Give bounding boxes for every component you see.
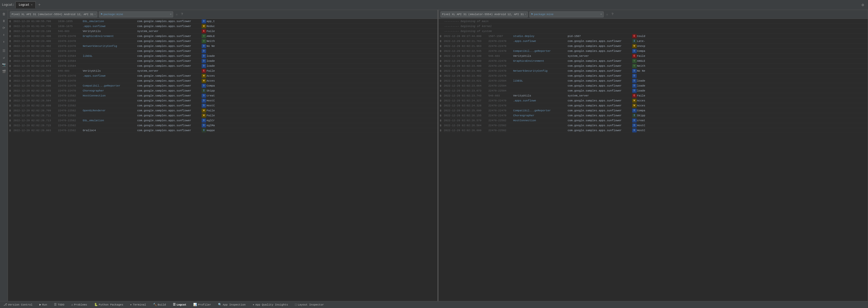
log-row[interactable]: 🗑2022-12-29 01:00:55.7901639-1855EGL_emu… — [8, 19, 437, 24]
log-row[interactable]: 🗑2022-12-29 02:02:24.32822470-22470com.g… — [438, 103, 868, 108]
log-row[interactable]: 🗑2022-12-29 02:02:26.58422470-22582com.g… — [438, 123, 868, 128]
tab-close-icon[interactable]: × — [31, 3, 33, 6]
log-row-clear-icon: 🗑 — [9, 59, 13, 62]
log-row[interactable]: 🗑2022-12-29 01:01:04.7701639-1675.apps.s… — [8, 24, 437, 29]
log-row[interactable]: 🗑2022-12-29 02:02:23.743546-603VerityUti… — [8, 68, 437, 74]
log-row[interactable]: 🗑2022-12-29 02:02:26.15522470-22470Chore… — [438, 113, 868, 118]
log-row[interactable]: 🗑2022-12-29 02:02:26.80322470-22582Grall… — [8, 128, 437, 133]
log-row[interactable]: 🗑2022-12-29 02:02:22.54522470-22470Compa… — [438, 49, 868, 54]
log-level-badge: W — [632, 99, 637, 103]
right-toolbar-star[interactable]: ☆ — [605, 12, 609, 17]
status-run[interactable]: ▶ Run — [38, 302, 49, 307]
log-row[interactable]: 🗑2022-12-29 02:02:23.40222470-22470com.g… — [8, 49, 437, 54]
status-python-packages[interactable]: 🐍 Python Packages — [93, 302, 125, 307]
log-row[interactable]: 🗑2022-12-29 02:02:26.57922470-22582HostC… — [438, 118, 868, 123]
right-toolbar-help[interactable]: ? — [611, 12, 615, 17]
log-row[interactable]: --------- beginning of system — [438, 29, 868, 34]
log-row[interactable]: 🗑2022-12-29 02:02:24.32722470-22470.apps… — [8, 74, 437, 78]
build-label: Build — [158, 303, 166, 306]
log-package: com.google.samples.apps.sunflower — [137, 129, 202, 132]
log-row[interactable]: 🗑2022-12-29 02:02:23.66422470-22584com.g… — [8, 58, 437, 63]
log-pid: 22470-22584 — [489, 79, 513, 82]
status-profiler[interactable]: 📊 Profiler — [192, 302, 213, 307]
sidebar-icon-scroll-down[interactable]: ⬇ — [1, 32, 7, 38]
sidebar-icon-clear[interactable]: 🗑 — [1, 11, 7, 17]
status-logcat[interactable]: ☰ Logcat — [172, 302, 188, 307]
status-bar: ⎇ Version Control ▶ Run ☰ TODO ⚠ Problem… — [0, 301, 868, 308]
status-app-inspection[interactable]: 🔍 App Inspection — [217, 302, 247, 307]
left-toolbar-help[interactable]: ? — [180, 12, 184, 17]
log-row[interactable]: 🗑2022-12-29 02:02:26.58422470-22582com.g… — [8, 98, 437, 103]
logcat-tab[interactable]: Logcat × — [16, 1, 36, 8]
log-row[interactable]: 🗑2022-12-29 02:02:26.71522470-22582com.g… — [8, 123, 437, 128]
right-device-selector[interactable]: Pixel XL API 31 (emulator-5554) Android … — [440, 11, 528, 17]
log-row[interactable]: 🗑2022-12-29 02:02:23.62122470-22584libEG… — [438, 78, 868, 83]
log-timestamp: 2022-12-29 02:02:23.199 — [13, 30, 58, 33]
log-row[interactable]: 🗑2022-12-29 02:02:26.71122470-22582com.g… — [8, 113, 437, 118]
log-row-clear-icon: 🗑 — [439, 50, 444, 53]
status-layout-inspector[interactable]: ⬚ Layout Inspector — [293, 302, 326, 307]
log-tag: VerityUtils — [83, 30, 137, 33]
log-row[interactable]: --------- beginning of kernel — [438, 24, 868, 29]
log-timestamp: 2022-12-29 02:02:26.155 — [444, 114, 489, 117]
log-row[interactable]: 🗑2022-12-29 02:02:23.62122470-22584libEG… — [8, 54, 437, 58]
log-row[interactable]: 🗑2022-12-29 02:02:24.32822470-22470com.g… — [8, 78, 437, 83]
log-row[interactable]: 🗑2022-12-29 02:02:23.40022470-22470com.g… — [438, 63, 868, 68]
log-row[interactable]: 🗑2022-12-29 02:02:23.40222470-22470com.g… — [438, 74, 868, 78]
log-row[interactable]: 🗑2022-12-29 02:02:23.40022470-22470com.g… — [8, 39, 437, 44]
status-problems[interactable]: ⚠ Problems — [70, 302, 88, 307]
right-filter-clear[interactable]: × — [600, 13, 602, 16]
log-row[interactable]: 🗑2022-12-29 02:02:21.76322470-22470.apps… — [438, 39, 868, 44]
log-row[interactable]: 🗑2022-12-29 02:02:25.69022470-22470Compa… — [8, 83, 437, 88]
log-row[interactable]: 🗑2022-12-29 02:02:23.66422470-22584com.g… — [438, 83, 868, 88]
log-pid: 22470-22582 — [58, 94, 83, 97]
log-row[interactable]: 🗑2022-12-29 02:02:26.57922470-22582HostC… — [8, 93, 437, 98]
log-row[interactable]: 🗑2022-12-29 02:02:23.199546-603VerityUti… — [8, 29, 437, 34]
log-row[interactable]: 🗑2022-12-29 02:02:23.40222470-22470Netwo… — [8, 44, 437, 49]
left-filter-bar[interactable]: ⚑ package:mine × — [99, 11, 173, 17]
log-row[interactable]: --------- beginning of main — [438, 19, 868, 24]
log-row[interactable]: 🗑2022-12-29 02:02:26.70922470-22582OpenG… — [8, 108, 437, 113]
log-tag: VerityUtils — [83, 69, 137, 73]
sidebar-icon-camera[interactable]: 📷 — [1, 61, 7, 68]
left-toolbar-star[interactable]: ☆ — [175, 12, 179, 17]
status-version-control[interactable]: ⎇ Version Control — [2, 302, 34, 307]
log-timestamp: 2022-12-29 02:02:26.155 — [13, 89, 58, 92]
log-row[interactable]: 🗑2022-12-29 02:02:26.69922470-22582com.g… — [438, 128, 868, 133]
log-row[interactable]: 🗑2022-12-28 09:27:44.8901507-1507studio.… — [438, 34, 868, 39]
log-row[interactable]: 🗑2022-12-29 02:02:26.71322470-22582EGL_e… — [8, 118, 437, 123]
right-filter-bar[interactable]: ⚑ package:mine × — [529, 11, 604, 17]
log-row[interactable]: 🗑2022-12-29 02:02:23.40022470-22470Graph… — [438, 58, 868, 63]
log-row[interactable]: 🗑2022-12-29 02:02:23.67322470-22584com.g… — [438, 88, 868, 93]
sidebar-icon-filter[interactable]: ☰ — [1, 48, 7, 54]
tab-add-button[interactable]: + — [36, 3, 42, 7]
left-log-content[interactable]: 🗑2022-12-29 01:00:55.7901639-1855EGL_emu… — [8, 19, 437, 301]
log-row[interactable]: 🗑2022-12-29 02:02:23.67322470-22584com.g… — [8, 63, 437, 68]
log-row[interactable]: 🗑2022-12-29 02:02:25.69022470-22470Compa… — [438, 108, 868, 113]
status-todo[interactable]: ☰ TODO — [53, 302, 66, 307]
log-message: Compa — [637, 50, 867, 53]
sidebar-icon-pause[interactable]: ⏸ — [1, 18, 7, 24]
log-pid: 22470-22470 — [489, 45, 513, 48]
log-row[interactable]: 🗑2022-12-29 02:02:26.15522470-22470Chore… — [8, 88, 437, 93]
status-build[interactable]: 🔨 Build — [152, 302, 167, 307]
log-row[interactable]: 🗑2022-12-29 02:02:23.40222470-22470Netwo… — [438, 68, 868, 74]
log-row[interactable]: 🗑2022-12-29 02:02:21.96322470-22470com.g… — [438, 44, 868, 49]
left-device-selector[interactable]: Pixel XL API 31 (emulator-5554) Android … — [10, 11, 97, 17]
log-row[interactable]: 🗑2022-12-29 02:02:26.69922470-22582com.g… — [8, 103, 437, 108]
log-row[interactable]: 🗑2022-12-29 02:02:24.32722470-22470.apps… — [438, 98, 868, 103]
log-row[interactable]: 🗑2022-12-29 02:02:23.199546-603VerityUti… — [438, 54, 868, 58]
settings-icon[interactable]: ⚙ — [862, 2, 866, 7]
log-message: Compa — [207, 84, 436, 87]
right-log-content[interactable]: --------- beginning of main--------- beg… — [438, 19, 868, 301]
sidebar-icon-up[interactable]: ⬆ — [1, 39, 7, 45]
log-row[interactable]: 🗑2022-12-29 02:02:23.743546-603VerityUti… — [438, 93, 868, 98]
left-filter-clear[interactable]: × — [170, 13, 172, 16]
sidebar-icon-video[interactable]: 🎬 — [1, 68, 7, 75]
status-terminal[interactable]: ▸ Terminal — [129, 302, 148, 307]
sidebar-icon-reset[interactable]: ↺ — [1, 55, 7, 61]
status-app-quality[interactable]: ✦ App Quality Insights — [251, 302, 289, 307]
log-row[interactable]: 🗑2022-12-29 02:02:23.40022470-22470Graph… — [8, 34, 437, 39]
sidebar-icon-refresh[interactable]: ⟳ — [1, 25, 7, 31]
log-timestamp: 2022-12-29 02:02:23.402 — [13, 45, 58, 48]
